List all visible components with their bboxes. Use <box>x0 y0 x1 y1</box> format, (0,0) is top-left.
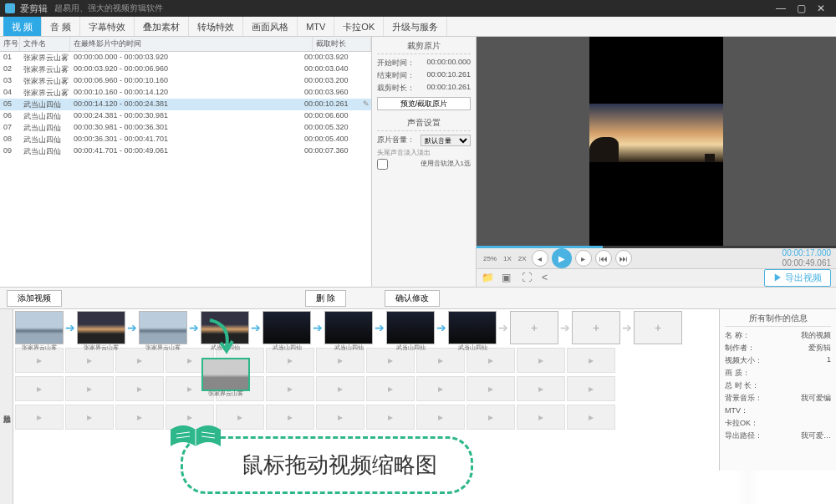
clip-row[interactable]: 08武当山四仙00:00:36.301 - 00:00:41.70100:00:… <box>0 134 371 145</box>
transition-arrow-icon[interactable]: ➔ <box>127 321 137 334</box>
overlay-slot[interactable]: ▸ <box>115 405 164 430</box>
tab-0[interactable]: 视 频 <box>3 17 42 36</box>
book-icon <box>166 417 225 459</box>
tab-6[interactable]: MTV <box>298 17 334 36</box>
overlay-slot[interactable]: ▸ <box>517 348 565 373</box>
video-frame <box>589 37 723 246</box>
mix-track-checkbox[interactable] <box>377 159 388 170</box>
transition-arrow-icon[interactable]: ➔ <box>251 321 261 334</box>
clip-row[interactable]: 03张家界云山雾00:00:06.960 - 00:00:10.16000:00… <box>0 75 371 87</box>
overlay-slot[interactable]: ▸ <box>416 376 465 401</box>
scrub-bar[interactable] <box>477 246 836 248</box>
overlay-track-row: ▸▸▸▸▸▸▸▸▸▸▸▸ <box>13 374 719 403</box>
clip-thumbnail[interactable]: 武当山四仙 <box>263 311 311 344</box>
end-label: 结束时间： <box>377 70 415 81</box>
clip-thumbnail[interactable]: 武当山四仙 <box>448 311 497 344</box>
info-row: 名 称：我的视频 <box>725 330 831 341</box>
add-video-button[interactable]: 添加视频 <box>7 290 62 307</box>
crop-value: 00:00:10.261 <box>426 83 471 94</box>
maximize-button[interactable]: ▢ <box>791 3 811 14</box>
overlay-slot[interactable]: ▸ <box>567 348 615 373</box>
overlay-slot[interactable]: ▸ <box>366 376 415 401</box>
drop-slot[interactable]: + <box>572 311 620 344</box>
overlay-slot[interactable]: ▸ <box>266 376 314 401</box>
confirm-button[interactable]: 确认修改 <box>385 290 440 307</box>
zoom-25[interactable]: 25% <box>482 255 498 262</box>
transition-arrow-icon: ➔ <box>560 321 570 334</box>
overlay-slot[interactable]: ▸ <box>15 405 64 430</box>
tab-5[interactable]: 画面风格 <box>243 17 298 36</box>
clip-thumbnail[interactable]: 武当山四仙 <box>386 311 435 344</box>
clip-thumbnail[interactable]: 武当山四仙 <box>324 311 373 344</box>
overlay-slot[interactable]: ▸ <box>466 405 515 430</box>
next-frame-button[interactable]: ▸ <box>575 250 592 267</box>
clip-thumbnail[interactable]: 张家界云山雾 <box>139 311 187 344</box>
tab-4[interactable]: 转场特效 <box>189 17 243 36</box>
info-row: 卡拉OK： <box>725 418 831 429</box>
overlay-slot[interactable]: ▸ <box>366 405 415 430</box>
overlay-slot[interactable]: ▸ <box>115 376 164 401</box>
folder-icon[interactable]: 📁 <box>482 272 495 285</box>
timecode-current: 00:00:17.000 <box>782 248 831 258</box>
overlay-slot[interactable]: ▸ <box>316 405 364 430</box>
preview-crop-button[interactable]: 预览/截取原片 <box>377 97 471 110</box>
transition-arrow-icon[interactable]: ➔ <box>313 321 323 334</box>
app-logo-icon <box>5 3 15 13</box>
zoom-2x[interactable]: 2X <box>517 255 528 262</box>
skip-fwd-button[interactable]: ⏭ <box>615 250 632 267</box>
tab-3[interactable]: 叠加素材 <box>135 17 189 36</box>
vol-select[interactable]: 默认音量 <box>421 135 471 146</box>
audio-group-title: 声音设置 <box>377 117 471 131</box>
fullscreen-icon[interactable]: ⛶ <box>522 272 535 285</box>
clip-thumbnail[interactable]: 张家界云山雾 <box>15 311 64 344</box>
clip-row[interactable]: 04张家界云山雾00:00:10.160 - 00:00:14.12000:00… <box>0 87 371 99</box>
overlay-slot[interactable]: ▸ <box>316 376 364 401</box>
overlay-slot[interactable]: ▸ <box>466 376 515 401</box>
app-name: 爱剪辑 <box>20 3 48 15</box>
col-duration: 截取时长 <box>313 37 371 51</box>
share-icon[interactable]: < <box>542 272 555 285</box>
play-button[interactable]: ▶ <box>552 248 572 268</box>
clip-row[interactable]: 07武当山四仙00:00:30.981 - 00:00:36.30100:00:… <box>0 122 371 134</box>
overlay-slot[interactable]: ▸ <box>567 376 615 401</box>
overlay-slot[interactable]: ▸ <box>65 376 114 401</box>
overlay-slot[interactable]: ▸ <box>65 405 114 430</box>
info-row: 视频大小：1 <box>725 355 831 366</box>
dragged-thumbnail[interactable]: 张家界云山雾 <box>201 358 250 391</box>
info-row: 背景音乐：我可爱编 <box>725 393 831 404</box>
drop-slot[interactable]: + <box>510 311 558 344</box>
transition-arrow-icon[interactable]: ➔ <box>189 321 199 334</box>
fade-label: 头尾声音淡入淡出 <box>377 148 471 157</box>
minimize-button[interactable]: — <box>771 3 791 14</box>
export-video-button[interactable]: ▶ 导出视频 <box>764 269 831 287</box>
overlay-slot[interactable]: ▸ <box>416 405 465 430</box>
close-button[interactable]: ✕ <box>811 3 831 14</box>
clip-row[interactable]: 06武当山四仙00:00:24.381 - 00:00:30.98100:00:… <box>0 110 371 122</box>
drop-slot[interactable]: + <box>634 311 682 344</box>
thumbnail-row: 张家界云山雾➔张家界云山雾➔张家界云山雾➔武当山四仙➔武当山四仙➔武当山四仙➔武… <box>13 309 719 346</box>
transition-arrow-icon[interactable]: ➔ <box>375 321 385 334</box>
skip-back-button[interactable]: ⏮ <box>595 250 612 267</box>
clip-row[interactable]: 02张家界云山雾00:00:03.920 - 00:00:06.96000:00… <box>0 64 371 75</box>
clip-thumbnail[interactable]: 张家界云山雾 <box>77 311 125 344</box>
transition-arrow-icon[interactable]: ➔ <box>65 321 75 334</box>
tab-8[interactable]: 升级与服务 <box>384 17 447 36</box>
overlay-slot[interactable]: ▸ <box>15 376 64 401</box>
clip-row[interactable]: 05武当山四仙00:00:14.120 - 00:00:24.38100:00:… <box>0 99 371 110</box>
transition-arrow-icon[interactable]: ➔ <box>436 321 446 334</box>
overlay-slot[interactable]: ▸ <box>517 376 565 401</box>
snapshot-icon[interactable]: ▣ <box>502 272 515 285</box>
tab-1[interactable]: 音 频 <box>42 17 80 36</box>
prev-frame-button[interactable]: ◂ <box>532 250 548 267</box>
overlay-slot[interactable]: ▸ <box>266 405 314 430</box>
crop-group-title: 裁剪原片 <box>377 40 471 54</box>
clip-thumbnail[interactable]: 武当山四仙 <box>201 311 249 344</box>
clip-row[interactable]: 09武当山四仙00:00:41.701 - 00:00:49.06100:00:… <box>0 145 371 157</box>
tab-7[interactable]: 卡拉OK <box>334 17 384 36</box>
clip-row[interactable]: 01张家界云山雾00:00:00.000 - 00:00:03.92000:00… <box>0 52 371 64</box>
zoom-1x[interactable]: 1X <box>502 255 513 262</box>
overlay-slot[interactable]: ▸ <box>567 405 615 430</box>
delete-button[interactable]: 删 除 <box>305 290 346 307</box>
tab-2[interactable]: 字幕特效 <box>80 17 135 36</box>
overlay-slot[interactable]: ▸ <box>517 405 565 430</box>
